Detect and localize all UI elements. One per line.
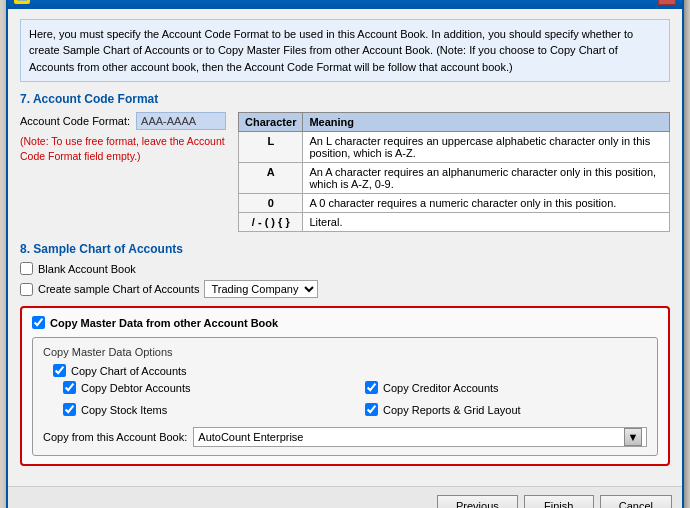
copy-debtor-label[interactable]: Copy Debtor Accounts (81, 382, 190, 394)
copy-reports-row: Copy Reports & Grid Layout (365, 403, 647, 416)
table-row: 0 A 0 character requires a numeric chara… (239, 194, 670, 213)
table-row: / - ( ) { } Literal. (239, 213, 670, 232)
copy-reports-checkbox[interactable] (365, 403, 378, 416)
table-row: A An A character requires an alphanumeri… (239, 163, 670, 194)
account-code-section: Account Code Format: (Note: To use free … (20, 112, 670, 232)
account-code-note: (Note: To use free format, leave the Acc… (20, 134, 226, 163)
char-cell: A (239, 163, 303, 194)
section-8: 8. Sample Chart of Accounts Blank Accoun… (20, 242, 670, 298)
window-title: Create Account Book Wizard (36, 0, 652, 3)
copy-chart-label[interactable]: Copy Chart of Accounts (71, 365, 187, 377)
copy-master-options-box: Copy Master Data Options Copy Chart of A… (32, 337, 658, 456)
create-sample-row: Create sample Chart of Accounts Trading … (20, 280, 670, 298)
copy-from-label: Copy from this Account Book: (43, 431, 187, 443)
title-bar: 📘 Create Account Book Wizard ✕ (8, 0, 682, 9)
section-8-title: 8. Sample Chart of Accounts (20, 242, 670, 256)
account-code-field-row: Account Code Format: (20, 112, 226, 130)
char-cell: L (239, 132, 303, 163)
char-cell: 0 (239, 194, 303, 213)
close-button[interactable]: ✕ (658, 0, 676, 5)
account-code-left: Account Code Format: (Note: To use free … (20, 112, 226, 163)
meaning-cell: An L character requires an uppercase alp… (303, 132, 670, 163)
copy-chart-checkbox[interactable] (53, 364, 66, 377)
copy-from-row: Copy from this Account Book: AutoCount E… (43, 427, 647, 447)
meaning-cell: Literal. (303, 213, 670, 232)
content-area: Here, you must specify the Account Code … (8, 9, 682, 487)
copy-from-dropdown[interactable]: AutoCount Enterprise ▼ (193, 427, 647, 447)
copy-master-options-title: Copy Master Data Options (43, 346, 647, 358)
section-7-title: 7. Account Code Format (20, 92, 670, 106)
copy-options-grid: Copy Debtor Accounts Copy Creditor Accou… (63, 381, 647, 421)
meaning-col-header: Meaning (303, 113, 670, 132)
copy-stock-row: Copy Stock Items (63, 403, 345, 416)
copy-from-dropdown-btn[interactable]: ▼ (624, 428, 642, 446)
main-window: 📘 Create Account Book Wizard ✕ Here, you… (6, 0, 684, 508)
description-text: Here, you must specify the Account Code … (20, 19, 670, 83)
meaning-cell: An A character requires an alphanumeric … (303, 163, 670, 194)
account-code-label: Account Code Format: (20, 115, 130, 127)
create-sample-label[interactable]: Create sample Chart of Accounts (38, 283, 199, 295)
copy-master-section: Copy Master Data from other Account Book… (20, 306, 670, 466)
copy-from-value: AutoCount Enterprise (198, 431, 624, 443)
copy-master-checkbox[interactable] (32, 316, 45, 329)
window-icon: 📘 (14, 0, 30, 4)
char-col-header: Character (239, 113, 303, 132)
copy-master-label[interactable]: Copy Master Data from other Account Book (50, 317, 278, 329)
finish-button[interactable]: Finish (524, 495, 594, 508)
copy-master-header: Copy Master Data from other Account Book (32, 316, 658, 329)
create-sample-checkbox[interactable] (20, 283, 33, 296)
copy-debtor-checkbox[interactable] (63, 381, 76, 394)
section-7: 7. Account Code Format Account Code Form… (20, 92, 670, 232)
footer: Previous Finish Cancel (8, 486, 682, 508)
char-meaning-table: Character Meaning L An L character requi… (238, 112, 670, 232)
char-cell: / - ( ) { } (239, 213, 303, 232)
blank-account-row: Blank Account Book (20, 262, 670, 275)
copy-creditor-checkbox[interactable] (365, 381, 378, 394)
blank-account-checkbox[interactable] (20, 262, 33, 275)
account-code-input[interactable] (136, 112, 226, 130)
copy-creditor-row: Copy Creditor Accounts (365, 381, 647, 394)
table-row: L An L character requires an uppercase a… (239, 132, 670, 163)
previous-button[interactable]: Previous (437, 495, 518, 508)
meaning-cell: A 0 character requires a numeric charact… (303, 194, 670, 213)
copy-stock-label[interactable]: Copy Stock Items (81, 404, 167, 416)
cancel-button[interactable]: Cancel (600, 495, 672, 508)
copy-creditor-label[interactable]: Copy Creditor Accounts (383, 382, 499, 394)
copy-stock-checkbox[interactable] (63, 403, 76, 416)
copy-reports-label[interactable]: Copy Reports & Grid Layout (383, 404, 521, 416)
copy-chart-row: Copy Chart of Accounts (53, 364, 647, 377)
char-table-container: Character Meaning L An L character requi… (238, 112, 670, 232)
copy-debtor-row: Copy Debtor Accounts (63, 381, 345, 394)
create-sample-dropdown[interactable]: Trading Company (204, 280, 318, 298)
blank-account-label[interactable]: Blank Account Book (38, 263, 136, 275)
